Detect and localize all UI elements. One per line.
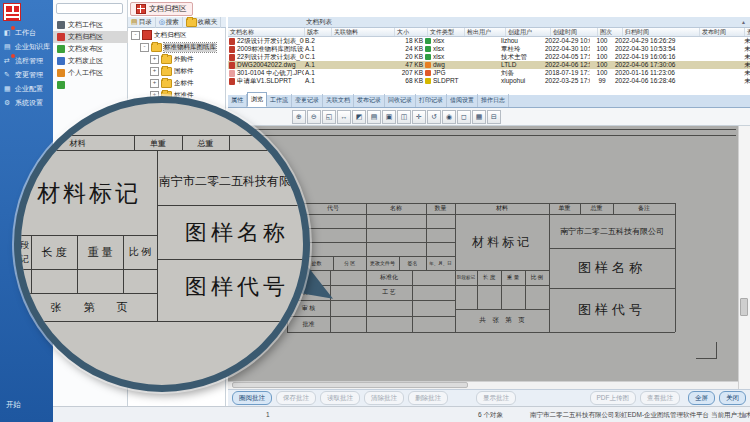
annotate-button[interactable]: 圈阅批注 xyxy=(232,391,272,405)
column-header-view-status[interactable]: 查看状态 xyxy=(745,28,750,36)
measure-icon[interactable]: ⊟ xyxy=(487,110,501,124)
tb-approve: 批准 xyxy=(287,316,330,332)
show-annotation-button[interactable]: 显示批注 xyxy=(476,391,516,405)
column-header-filetype[interactable]: 文件类型 xyxy=(428,28,465,36)
column-header-archive-time[interactable]: 归档时间 xyxy=(623,28,700,36)
delete-annotation-button[interactable]: 删除批注 xyxy=(408,391,448,405)
sidebar-item-change[interactable]: ✎ 变更管理 xyxy=(0,68,53,82)
tree-expand-icon[interactable]: + xyxy=(150,67,159,76)
start-button[interactable]: 开始 xyxy=(0,398,53,412)
tb-pages: 共 张 第 页 xyxy=(455,309,549,332)
tb-craft: 工 艺 xyxy=(366,285,412,300)
horizontal-scrollbar-thumb[interactable] xyxy=(232,382,468,388)
clear-annotation-button[interactable]: 清除批注 xyxy=(364,391,404,405)
column-header-publish-time[interactable]: 发布时间 xyxy=(700,28,745,36)
workspace-item-publish[interactable]: 文档发布区 xyxy=(53,43,128,55)
close-button[interactable]: 关闭 xyxy=(719,391,746,405)
column-header-sheet[interactable]: 图次 xyxy=(598,28,623,36)
sidebar-item-settings[interactable]: ⚙ 系统设置 xyxy=(0,96,53,110)
tab-print-record[interactable]: 打印记录 xyxy=(416,94,447,107)
full-extent-icon[interactable]: ◻ xyxy=(457,110,471,124)
mag-stage-mark: 阶段标记 xyxy=(14,237,29,267)
tree-node-enterprise-parts[interactable]: + 企标件 xyxy=(150,78,194,88)
sidebar-item-label: 变更管理 xyxy=(15,70,43,80)
workspace-item-extra[interactable] xyxy=(53,79,128,91)
tab-preview[interactable]: 浏览 xyxy=(247,92,267,107)
pdf-upload-button[interactable]: PDF上传图 xyxy=(590,391,637,405)
tree-node-standard-material-lib[interactable]: - 标准物料库图纸库 xyxy=(140,42,216,52)
column-header-checkout-user[interactable]: 检出用户 xyxy=(465,28,506,36)
grid-icon[interactable]: ▦ xyxy=(472,110,486,124)
workspace-item-archive[interactable]: 文档归档区 xyxy=(53,31,128,43)
tab-document-archive[interactable]: 文档归档区 xyxy=(130,2,193,16)
sidebar-item-label: 企业知识库 xyxy=(15,42,50,52)
config-icon: ▦ xyxy=(4,85,13,93)
column-header-size[interactable]: 大小 xyxy=(395,28,428,36)
workspace-item-obsolete[interactable]: 文档废止区 xyxy=(53,55,128,67)
sidebar-item-config[interactable]: ▦ 企业配置 xyxy=(0,82,53,96)
resize-grip-icon[interactable]: ◢ xyxy=(741,411,746,419)
save-annotation-button[interactable]: 保存批注 xyxy=(276,391,316,405)
tab-borrow-settings[interactable]: 借阅设置 xyxy=(447,94,478,107)
column-header-create-user[interactable]: 创建用户 xyxy=(506,28,551,36)
mag-col-unit-weight: 单重 xyxy=(134,136,182,150)
tab-related-docs[interactable]: 关联文档 xyxy=(323,94,354,107)
sidebar-item-workbench[interactable]: ◧ 工作台 xyxy=(0,26,53,40)
collapse-list-icon[interactable]: ▲ xyxy=(741,19,746,25)
zoom-in-icon[interactable]: ⊕ xyxy=(292,110,306,124)
magnifier-overlay[interactable]: 材料 单重 总重 备注 材料标记 南宁市二零二五科技有限公司 图样名称 图样代号… xyxy=(14,96,310,392)
catalog-button[interactable]: ▤目录 xyxy=(128,17,156,28)
print-icon[interactable]: ▣ xyxy=(382,110,396,124)
load-annotation-button[interactable]: 读取批注 xyxy=(320,391,360,405)
tree-node-gb-parts[interactable]: + 国标件 xyxy=(150,66,194,76)
tree-node-purchased-parts[interactable]: + 外购件 xyxy=(150,54,194,64)
rotate-icon[interactable]: ↺ xyxy=(427,110,441,124)
tree-collapse-icon[interactable]: - xyxy=(140,43,149,52)
fullscreen-button[interactable]: 全屏 xyxy=(688,391,715,405)
tab-publish-record[interactable]: 发布记录 xyxy=(354,94,385,107)
favorites-button[interactable]: 收藏夹 xyxy=(183,17,222,28)
file-row[interactable]: 22级设计开发计划表_002 .xlsx B.2 18 KB xlsx lizh… xyxy=(228,37,750,45)
workspace-icon xyxy=(57,45,65,53)
file-row[interactable]: 22列设计开发计划表_000001 C.1 20 KB xlsx 技术主管 20… xyxy=(228,53,750,61)
workspace-icon xyxy=(57,21,65,29)
column-header-material[interactable]: 关联物料 xyxy=(332,28,395,36)
tab-operation-log[interactable]: 操作日志 xyxy=(478,94,509,107)
zoom-out-icon[interactable]: ⊖ xyxy=(307,110,321,124)
workspace-item-working[interactable]: 文档工作区 xyxy=(53,19,128,31)
layers-icon[interactable]: ▤ xyxy=(367,110,381,124)
copy-view-icon[interactable]: ◫ xyxy=(397,110,411,124)
sidebar-item-process[interactable]: ⇄ 流程管理 xyxy=(0,54,53,68)
zoom-window-icon[interactable]: ◱ xyxy=(322,110,336,124)
column-header-name[interactable]: 文档名称 xyxy=(228,28,305,36)
viewer-toolbar: ⊕ ⊖ ◱ ↔ ◩ ▤ ▣ ◫ ✛ ↺ ◉ ◻ ▦ ⊟ xyxy=(228,108,750,126)
file-row[interactable]: 301-0104 中心铣刀.JPG A.1 207 KB JPG 刘备 2018… xyxy=(228,69,750,77)
file-list-header: 文档名称 版本 关联物料 大小 文件类型 检出用户 创建用户 创建时间 图次 归… xyxy=(228,28,750,37)
column-header-create-time[interactable]: 创建时间 xyxy=(551,28,598,36)
tab-change-record[interactable]: 变更记录 xyxy=(292,94,323,107)
vertical-scrollbar-thumb[interactable] xyxy=(740,298,748,316)
tree-expand-icon[interactable]: + xyxy=(150,79,159,88)
fit-width-icon[interactable]: ↔ xyxy=(337,110,351,124)
excel-file-icon xyxy=(425,38,431,44)
pan-icon[interactable]: ✛ xyxy=(412,110,426,124)
file-row-selected[interactable]: DWG20042022.dwg A.1 47 KB dwg LTLD 2022-… xyxy=(228,61,750,69)
tab-recycle-record[interactable]: 回收记录 xyxy=(385,94,416,107)
sheet-frame-line xyxy=(230,135,736,136)
sidebar-item-knowledge[interactable]: ▤ 企业知识库 xyxy=(0,40,53,54)
file-row[interactable]: 2009标准物料库图纸设计开发 A.1 24 KB xlsx 覃桂玲 2022-… xyxy=(228,45,750,53)
tree-root-archive[interactable]: - 文档归档区 xyxy=(131,30,187,40)
workspace-item-personal[interactable]: 个人工作区 xyxy=(53,67,128,79)
view-annotation-button[interactable]: 查看批注 xyxy=(640,391,680,405)
workspace-search-input[interactable] xyxy=(56,3,123,14)
background-color-icon[interactable]: ◩ xyxy=(352,110,366,124)
tree-collapse-icon[interactable]: - xyxy=(131,31,140,40)
magnifier-icon[interactable]: ◉ xyxy=(442,110,456,124)
tree-expand-icon[interactable]: + xyxy=(150,55,159,64)
tab-workflow[interactable]: 工作流 xyxy=(267,94,292,107)
tab-properties[interactable]: 属性 xyxy=(228,94,247,107)
column-header-version[interactable]: 版本 xyxy=(305,28,332,36)
file-row[interactable]: 申请单V1.SLDPRT A.1 68 KB SLDPRT xiupohui 2… xyxy=(228,77,750,85)
search-button[interactable]: ◎搜索 xyxy=(156,17,183,28)
vertical-scrollbar[interactable] xyxy=(738,126,750,389)
